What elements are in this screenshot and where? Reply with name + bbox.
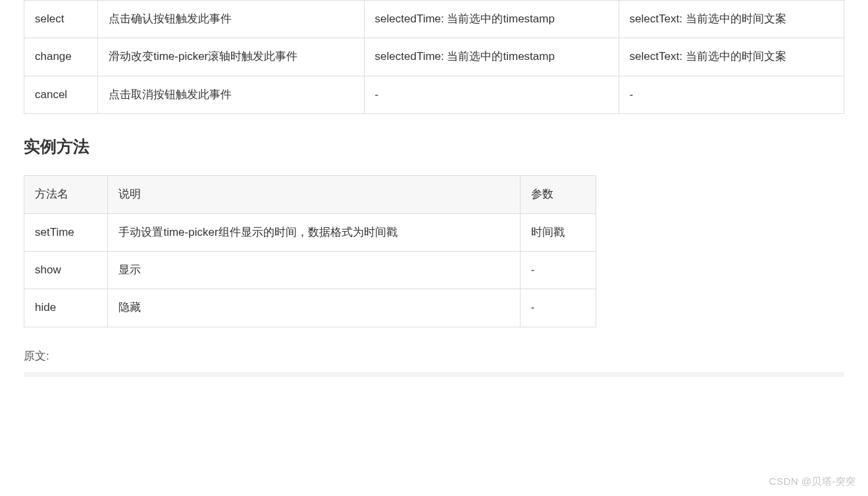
methods-header-name: 方法名	[24, 176, 108, 213]
method-name-cell: show	[24, 251, 108, 289]
event-desc-cell: 点击取消按钮触发此事件	[98, 76, 364, 113]
code-block-top-edge	[24, 372, 844, 377]
event-desc-cell: 点击确认按钮触发此事件	[98, 1, 364, 38]
table-row: show 显示 -	[24, 251, 596, 289]
event-arg2-cell: selectText: 当前选中的时间文案	[619, 38, 844, 76]
event-arg1-cell: selectedTime: 当前选中的timestamp	[364, 1, 619, 38]
methods-table: 方法名 说明 参数 setTime 手动设置time-picker组件显示的时间…	[24, 175, 596, 327]
method-name-cell: setTime	[24, 213, 108, 251]
table-row: cancel 点击取消按钮触发此事件 - -	[24, 76, 844, 113]
method-name-cell: hide	[24, 289, 108, 327]
event-name-cell: select	[24, 1, 98, 38]
methods-header-params: 参数	[520, 176, 596, 213]
method-desc-cell: 显示	[108, 251, 520, 289]
event-arg2-cell: -	[619, 76, 844, 113]
table-header-row: 方法名 说明 参数	[24, 176, 596, 213]
event-arg1-cell: -	[364, 76, 619, 113]
method-params-cell: 时间戳	[520, 213, 596, 251]
event-name-cell: change	[24, 38, 98, 76]
methods-heading: 实例方法	[24, 131, 844, 163]
table-row: change 滑动改变time-picker滚轴时触发此事件 selectedT…	[24, 38, 844, 76]
method-params-cell: -	[520, 251, 596, 289]
event-arg2-cell: selectText: 当前选中的时间文案	[619, 1, 844, 38]
event-arg1-cell: selectedTime: 当前选中的timestamp	[364, 38, 619, 76]
events-table: select 点击确认按钮触发此事件 selectedTime: 当前选中的ti…	[24, 0, 844, 114]
method-desc-cell: 隐藏	[108, 289, 520, 327]
methods-header-desc: 说明	[108, 176, 520, 213]
table-row: hide 隐藏 -	[24, 289, 596, 327]
method-desc-cell: 手动设置time-picker组件显示的时间，数据格式为时间戳	[108, 213, 520, 251]
method-params-cell: -	[520, 289, 596, 327]
event-name-cell: cancel	[24, 76, 98, 113]
event-desc-cell: 滑动改变time-picker滚轴时触发此事件	[98, 38, 364, 76]
source-label: 原文:	[24, 346, 844, 367]
table-row: select 点击确认按钮触发此事件 selectedTime: 当前选中的ti…	[24, 1, 844, 38]
table-row: setTime 手动设置time-picker组件显示的时间，数据格式为时间戳 …	[24, 213, 596, 251]
